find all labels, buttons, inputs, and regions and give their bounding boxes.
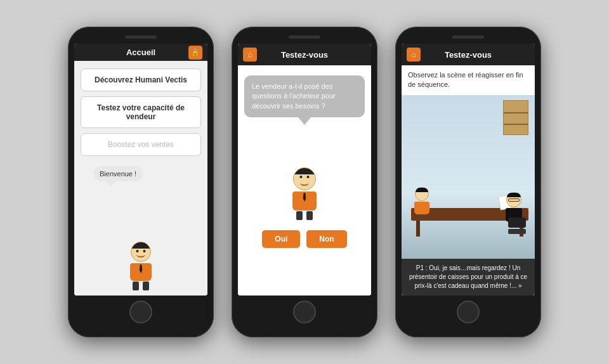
lock-icon[interactable]: 🔒 [188,46,202,60]
phone-1-home-button[interactable] [129,301,152,323]
char-1-eyes [136,250,146,252]
home-symbol-3: ⌂ [411,50,416,59]
phone-1-screen: Accueil 🔒 Découvrez Humani Vectis Testez… [74,44,207,296]
phone-3-home-icon[interactable]: ⌂ [407,48,421,62]
char-2-tie [303,193,306,202]
phone-3-title: Testez-vous [424,50,512,60]
char-1-tie [140,264,143,273]
phone-1-speaker [125,36,157,39]
phone-3-home-button[interactable] [457,301,480,323]
phone-2-speaker [289,36,320,39]
person-1-body [414,202,429,214]
phone-3-screen: ⌂ Testez-vous Observez la scène et réagi… [402,44,535,296]
phone-2-home-button[interactable] [293,301,316,323]
scene-image [402,95,535,259]
person-2-glasses [508,198,520,202]
char-1-body [130,263,152,281]
char-1-eye-left [136,250,139,252]
char-1-leg-left [133,282,139,290]
phone-2-screen: ⌂ Testez-vous Le vendeur a-t-il posé des… [238,44,371,296]
person-1 [414,187,429,214]
phone-1: Accueil 🔒 Découvrez Humani Vectis Testez… [68,27,214,337]
char-2-head [293,167,316,190]
phones-container: Accueil 🔒 Découvrez Humani Vectis Testez… [68,27,541,337]
char-1-head [131,242,151,262]
char-1-hair [131,242,150,249]
instruction-text: Observez la scène et réagisser en fin de… [402,65,535,95]
phone-2-body: Le vendeur a-t-il posé des questions à l… [238,65,371,296]
phone-2-title: Testez-vous [261,50,348,60]
character-1 [130,242,152,290]
character-area-1: Bienvenue ! [81,161,201,296]
quiz-question-bubble: Le vendeur a-t-il posé des questions à l… [244,75,365,117]
person-2-head [506,192,521,207]
character-2 [292,167,317,220]
phone-3-header: ⌂ Testez-vous [402,44,535,65]
char-2-eyes [299,176,309,178]
char-2-hair [294,168,315,174]
chair-seat [508,229,526,234]
bookcase [503,100,528,135]
char-1-eye-right [143,250,146,252]
scene-caption: P1 : Oui, je sais…mais regardez ! Un pré… [402,259,535,296]
char-1-leg-right [143,282,149,290]
phone-2: ⌂ Testez-vous Le vendeur a-t-il posé des… [232,27,377,337]
home-symbol-2: ⌂ [247,50,252,59]
char-2-leg-right [306,211,313,220]
oui-button[interactable]: Oui [262,230,300,248]
char-2-eye-left [299,176,302,178]
phone-3: ⌂ Testez-vous Observez la scène et réagi… [395,27,541,337]
char-area-2: Oui Non [262,130,346,285]
non-button[interactable]: Non [306,230,346,248]
phone-3-speaker [452,36,484,39]
phone-3-body: Observez la scène et réagisser en fin de… [402,65,535,296]
lock-symbol: 🔒 [191,48,200,56]
person-1-head [415,187,429,201]
phone-1-body: Découvrez Humani Vectis Testez votre cap… [74,61,207,296]
char-2-legs [296,211,313,220]
char-1-legs [133,282,149,290]
bookcase-shelf-2 [504,124,528,125]
chair [508,218,527,237]
char-2-eye-right [306,176,309,178]
bookcase-shelf-1 [504,112,528,114]
welcome-bubble: Bienvenue ! [93,166,143,181]
phone-2-header: ⌂ Testez-vous [238,44,371,65]
quiz-buttons: Oui Non [262,230,346,248]
desk-leg-left [416,221,420,237]
menu-btn-discover[interactable]: Découvrez Humani Vectis [81,68,201,91]
menu-btn-test[interactable]: Testez votre capacité de vendeur [81,96,201,128]
char-2-leg-left [296,211,303,220]
phone-1-title: Accueil [79,48,202,57]
phone-2-home-icon[interactable]: ⌂ [243,48,257,62]
char-2-body [292,192,317,211]
phone-1-header: Accueil 🔒 [74,44,207,61]
chair-back [508,218,526,228]
person-1-hair [416,188,428,192]
menu-btn-boost: Boostez vos ventes [81,133,201,156]
person-2-hair [507,193,521,197]
